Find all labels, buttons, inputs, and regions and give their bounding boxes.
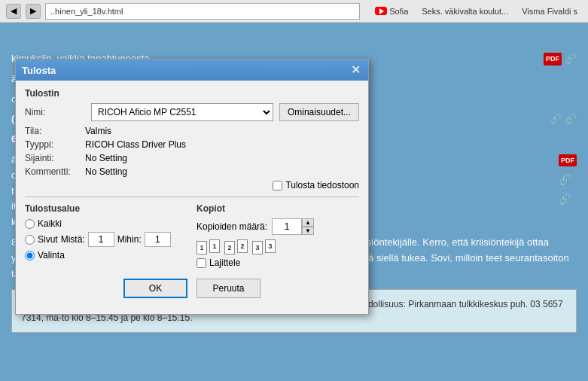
all-label: Kaikki — [38, 218, 62, 229]
pages-radio[interactable] — [25, 235, 35, 245]
copies-section: Kopiot Kopioiden määrä: ▲ ▼ — [197, 203, 359, 268]
print-range-section: Tulostusalue Kaikki Sivut Mistä: Mihin: — [25, 203, 187, 268]
location-row: Sijainti: No Setting — [25, 153, 359, 163]
all-radio-row: Kaikki — [25, 218, 187, 229]
from-input[interactable] — [88, 232, 114, 247]
ok-button[interactable]: OK — [123, 279, 187, 298]
dialog-buttons: OK Peruuta — [25, 279, 359, 306]
section-divider — [25, 197, 359, 197]
status-label: Tila: — [25, 126, 85, 136]
address-text: ..hinen_yli_18v.html — [50, 7, 123, 16]
printer-section-label: Tulostin — [25, 88, 359, 99]
copy-page-2-2: 2 — [237, 239, 248, 253]
copy-page-3-1: 3 — [252, 241, 263, 255]
forward-button[interactable]: ▶ — [26, 4, 41, 19]
copy-set-2: 2 2 — [224, 241, 246, 255]
back-icon: ◀ — [11, 6, 17, 16]
to-label: Mihin: — [117, 234, 142, 245]
copy-page-1-2: 1 — [209, 239, 220, 253]
type-value: RICOH Class Driver Plus — [85, 139, 186, 150]
collate-checkbox[interactable] — [197, 258, 206, 268]
all-radio[interactable] — [25, 219, 35, 229]
forward-icon: ▶ — [30, 6, 36, 16]
copy-page-3-2: 3 — [265, 239, 276, 253]
comment-value: No Setting — [85, 166, 127, 177]
copies-input[interactable] — [272, 218, 302, 235]
copies-count-label: Kopioiden määrä: — [197, 221, 267, 232]
back-button[interactable]: ◀ — [6, 4, 21, 19]
dialog-titlebar: Tulosta ✕ — [16, 59, 368, 81]
copies-count-row: Kopioiden määrä: ▲ ▼ — [197, 218, 359, 235]
copy-page-1-1: 1 — [197, 241, 207, 255]
dialog-title: Tulosta — [22, 65, 56, 76]
type-row: Tyyppi: RICOH Class Driver Plus — [25, 139, 359, 150]
bottom-section: Tulostusalue Kaikki Sivut Mistä: Mihin: — [25, 203, 359, 268]
from-label: Mistä: — [61, 234, 85, 245]
collate-label: Lajittele — [209, 258, 240, 268]
dialog-body: Tulostin Nimi: RICOH Aficio MP C2551 Omi… — [16, 81, 368, 313]
printer-name-row: Nimi: RICOH Aficio MP C2551 Ominaisuudet… — [25, 103, 359, 121]
copy-page-2-1: 2 — [224, 241, 235, 255]
bookmark-sofia[interactable]: Sofia — [370, 5, 413, 17]
spinner-down-button[interactable]: ▼ — [302, 227, 314, 235]
bookmark-seks[interactable]: Seks. väkivalta koulut... — [417, 5, 513, 17]
youtube-icon — [375, 7, 387, 15]
printer-select[interactable]: RICOH Aficio MP C2551 — [91, 103, 273, 121]
selection-radio-row: Valinta — [25, 250, 187, 261]
properties-button[interactable]: Ominaisuudet... — [279, 103, 359, 121]
comment-row: Kommentti: No Setting — [25, 166, 359, 177]
copies-spinner: ▲ ▼ — [272, 218, 314, 235]
spinner-up-button[interactable]: ▲ — [302, 218, 314, 227]
bookmark-visma-label: Visma Fivaldi s — [522, 7, 577, 16]
print-range-label: Tulostusalue — [25, 203, 187, 214]
status-value: Valmis — [85, 126, 111, 136]
printer-select-wrapper: RICOH Aficio MP C2551 — [91, 103, 273, 121]
bookmark-seks-label: Seks. väkivalta koulut... — [422, 7, 508, 16]
copy-icons: 1 1 2 2 3 3 — [197, 241, 359, 255]
comment-label: Kommentti: — [25, 166, 85, 177]
name-label: Nimi: — [25, 107, 85, 117]
bookmark-visma[interactable]: Visma Fivaldi s — [517, 5, 582, 17]
print-to-file-checkbox[interactable] — [273, 181, 282, 190]
youtube-play-triangle — [379, 8, 384, 14]
dialog-overlay: Tulosta ✕ Tulostin Nimi: RICOH Aficio MP… — [0, 44, 588, 381]
copy-set-1: 1 1 — [197, 241, 218, 255]
bookmark-sofia-label: Sofia — [389, 7, 408, 16]
to-input[interactable] — [145, 232, 171, 247]
dialog-close-button[interactable]: ✕ — [349, 64, 362, 76]
pages-label: Sivut — [38, 234, 58, 245]
location-value: No Setting — [85, 153, 127, 163]
print-to-file-label: Tulosta tiedostoon — [285, 180, 359, 190]
type-label: Tyyppi: — [25, 139, 85, 150]
selection-label: Valinta — [38, 250, 65, 261]
copy-set-3: 3 3 — [252, 241, 274, 255]
address-bar[interactable]: ..hinen_yli_18v.html — [45, 3, 360, 20]
cancel-button[interactable]: Peruuta — [197, 279, 260, 298]
copies-label: Kopiot — [197, 203, 359, 214]
pages-radio-row: Sivut Mistä: Mihin: — [25, 232, 187, 247]
spinner-buttons: ▲ ▼ — [302, 218, 314, 235]
print-dialog: Tulosta ✕ Tulostin Nimi: RICOH Aficio MP… — [15, 59, 369, 315]
status-row: Tila: Valmis — [25, 126, 359, 136]
selection-radio[interactable] — [25, 251, 35, 261]
browser-bar: ◀ ▶ ..hinen_yli_18v.html Sofia Seks. väk… — [0, 0, 588, 23]
location-label: Sijainti: — [25, 153, 85, 163]
collate-row: Lajittele — [197, 258, 359, 268]
print-to-file-row: Tulosta tiedostoon — [25, 180, 359, 190]
